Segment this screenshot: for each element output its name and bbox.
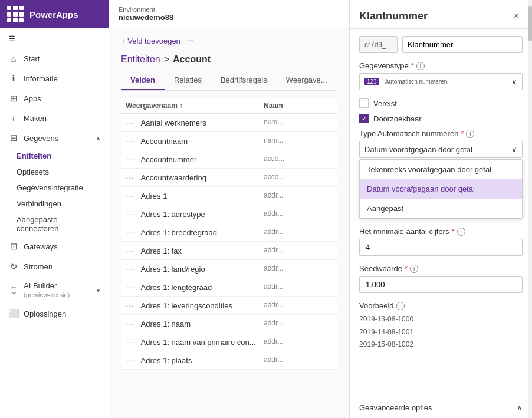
gegevenstype-info-icon[interactable]: i: [416, 62, 425, 70]
plus-icon: +: [8, 113, 19, 123]
sidebar-item-label: Aangepaste connectoren: [17, 215, 100, 233]
row-name: Aantal werknemers: [141, 119, 206, 127]
sidebar-item-label: Apps: [24, 94, 41, 103]
table-row[interactable]: ··· Adres 1: plaats addr...: [121, 351, 337, 370]
breadcrumb-entities[interactable]: Entiteiten: [121, 54, 160, 65]
table-row[interactable]: ··· Accountnaam nam...: [121, 132, 337, 150]
type-auto-info-icon[interactable]: i: [466, 130, 474, 138]
required-star2: *: [461, 129, 464, 138]
sidebar-item-label: Oplossingen: [24, 310, 66, 318]
sidebar-item-maken[interactable]: + Maken: [0, 108, 109, 128]
table-row[interactable]: ··· Adres 1: naam van primaire con... ad…: [121, 333, 337, 351]
sidebar: PowerApps ☰ ⌂ Start ℹ Informatie ⊞ Apps …: [0, 0, 109, 418]
table-row[interactable]: ··· Adres 1: leveringscondities addr...: [121, 297, 337, 315]
col-naam: Naam: [264, 101, 333, 110]
tab-relaties[interactable]: Relaties: [165, 71, 211, 90]
sidebar-item-ai-builder[interactable]: ⬡ AI Builder (preview-versie) ∨: [0, 277, 109, 304]
type-auto-select[interactable]: Datum voorafgegaan door getal ∨: [359, 141, 523, 158]
more-options-icon[interactable]: ···: [186, 35, 194, 46]
advanced-section[interactable]: Geavanceerde opties ∧: [350, 397, 532, 418]
type-auto-dropdown: Tekenreeks voorafgegaan door getal Datum…: [359, 159, 523, 219]
col-weergavenaam: Weergavenaam ↑: [126, 101, 264, 110]
table-row[interactable]: ··· Adres 1: land/regio addr...: [121, 260, 337, 278]
data-icon: ⊟: [8, 133, 19, 143]
required-star3: *: [451, 227, 454, 236]
app-grid-icon: [7, 6, 24, 22]
row-dots: ···: [126, 301, 134, 310]
sidebar-item-aangepaste-connectoren[interactable]: Aangepaste connectoren: [0, 212, 109, 236]
sidebar-item-gegevens[interactable]: ⊟ Gegevens ∧: [0, 128, 109, 148]
auto-num-label: 123 Automatisch nummeren: [364, 78, 447, 85]
row-name: Adres 1: land/regio: [141, 265, 205, 274]
flow-icon: ↻: [8, 261, 19, 272]
field-name-input[interactable]: [402, 36, 523, 53]
top-bar: Environment nieuwedemo88: [109, 0, 349, 28]
dropdown-item-aangepast[interactable]: Aangepast: [360, 199, 522, 218]
table-row[interactable]: ··· Adres 1 addr...: [121, 187, 337, 205]
voorbeeld-line-2: 2019-14-08-1001: [359, 326, 523, 339]
hamburger-icon: ☰: [8, 34, 15, 43]
table-header: Weergavenaam ↑ Naam: [121, 98, 337, 114]
main-content: Environment nieuwedemo88 + Veld toevoege…: [109, 0, 349, 418]
panel-scrollbar-thumb: [528, 6, 532, 41]
table-row[interactable]: ··· Adres 1: naam addr...: [121, 315, 337, 333]
sidebar-item-apps[interactable]: ⊞ Apps: [0, 88, 109, 108]
required-star: *: [411, 61, 414, 70]
row-name: Accountnummer: [141, 155, 197, 164]
sidebar-item-informatie[interactable]: ℹ Informatie: [0, 68, 109, 88]
vereist-checkbox[interactable]: [359, 98, 369, 108]
sidebar-item-entiteiten[interactable]: Entiteiten: [0, 148, 109, 164]
row-value: addr...: [264, 301, 333, 310]
tab-weergave[interactable]: Weergave...: [277, 71, 337, 90]
sidebar-item-stromen[interactable]: ↻ Stromen: [0, 256, 109, 277]
voorbeeld-group: Voorbeeld i 2019-13-08-1000 2019-14-08-1…: [359, 301, 523, 351]
sidebar-item-gateways[interactable]: ⊡ Gateways: [0, 236, 109, 256]
panel-close-button[interactable]: ×: [510, 9, 523, 22]
row-value: addr...: [264, 337, 333, 347]
hamburger-menu[interactable]: ☰: [0, 28, 109, 49]
add-field-button[interactable]: + Veld toevoegen: [121, 37, 180, 45]
row-name: Adres 1: breedtegraad: [141, 228, 217, 237]
sidebar-item-label: Start: [24, 54, 40, 63]
table-row[interactable]: ··· Adres 1: breedtegraad addr...: [121, 223, 337, 242]
breadcrumb-separator: >: [164, 54, 169, 65]
row-dots: ···: [126, 118, 134, 127]
row-value: addr...: [264, 209, 333, 219]
panel-header: Klantnummer ×: [350, 0, 532, 29]
tab-bedrijfsregels[interactable]: Bedrijfsregels: [211, 71, 277, 90]
voorbeeld-info-icon[interactable]: i: [396, 302, 405, 310]
table-row[interactable]: ··· Accountwaardering acco...: [121, 169, 337, 187]
table-row[interactable]: ··· Adres 1: adrestype addr...: [121, 205, 337, 223]
table-body: ··· Aantal werknemers num... ··· Account…: [121, 114, 337, 370]
sidebar-item-label: Stromen: [24, 262, 52, 271]
row-value: addr...: [264, 356, 333, 365]
voorbeeld-label: Voorbeeld i: [359, 301, 523, 310]
seedwaarde-group: Seedwaarde * i: [359, 264, 523, 293]
table-row[interactable]: ··· Aantal werknemers num...: [121, 114, 337, 132]
table-row[interactable]: ··· Adres 1: fax addr...: [121, 242, 337, 260]
row-name: Adres 1: plaats: [141, 356, 192, 365]
ai-icon: ⬡: [8, 285, 19, 295]
table-row[interactable]: ··· Accountnummer acco...: [121, 150, 337, 169]
tab-bar: Velden Relaties Bedrijfsregels Weergave.…: [121, 71, 337, 91]
sidebar-item-gegevensintegratie[interactable]: Gegevensintegratie: [0, 180, 109, 196]
table-row[interactable]: ··· Adres 1: lengtegraad addr...: [121, 278, 337, 297]
dropdown-item-tekenreeks[interactable]: Tekenreeks voorafgegaan door getal: [360, 160, 522, 179]
dropdown-item-datum[interactable]: Datum voorafgegaan door getal: [360, 179, 522, 199]
content-area: + Veld toevoegen ··· Entiteiten > Accoun…: [109, 28, 349, 418]
sidebar-item-oplossingen[interactable]: ⬜ Oplossingen: [0, 304, 109, 324]
seedwaarde-info-icon[interactable]: i: [410, 265, 418, 273]
required-star4: *: [405, 264, 408, 273]
sidebar-item-start[interactable]: ⌂ Start: [0, 49, 109, 68]
min-cijfers-input[interactable]: [359, 239, 523, 256]
min-cijfers-info-icon[interactable]: i: [457, 228, 465, 236]
tab-velden[interactable]: Velden: [121, 71, 165, 90]
doorzoekbaar-checkbox[interactable]: ✓: [359, 114, 369, 123]
row-name: Adres 1: [141, 192, 168, 200]
sidebar-item-optiesets[interactable]: Optiesets: [0, 164, 109, 180]
panel-scrollbar[interactable]: [528, 0, 532, 418]
seedwaarde-input[interactable]: [359, 276, 523, 293]
field-name-row: cr7d9_: [359, 36, 523, 53]
sidebar-item-verbindingen[interactable]: Verbindingen: [0, 196, 109, 212]
gegevenstype-select[interactable]: 123 Automatisch nummeren ∨: [359, 73, 523, 90]
